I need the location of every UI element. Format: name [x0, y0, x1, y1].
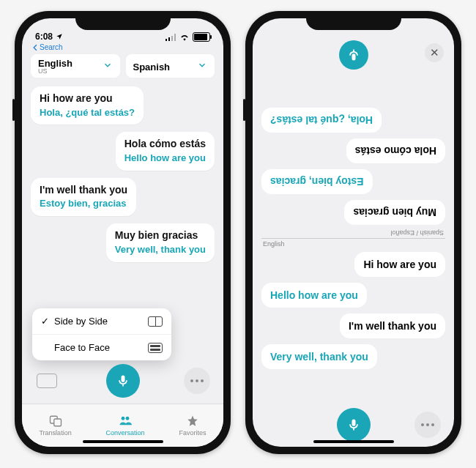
- screen-left: 6:08 Search English US: [22, 18, 223, 447]
- phone-right: ✕ Muy bien graciasEstoy bien, graciasHol…: [245, 11, 461, 454]
- message-original: I'm well thank you: [40, 184, 127, 197]
- home-indicator[interactable]: [83, 440, 163, 443]
- location-icon: [56, 33, 63, 40]
- back-label: Search: [40, 43, 63, 51]
- language-to-selector[interactable]: Spanish: [126, 54, 215, 78]
- user-panel[interactable]: Hi how are youHello how are youI'm well …: [253, 249, 454, 403]
- svg-rect-1: [53, 419, 61, 426]
- message-translation: Hola, ¿qué tal estás?: [40, 107, 135, 119]
- tab-label: Favorites: [179, 429, 207, 437]
- lang-from-region: US: [38, 68, 72, 75]
- screen-right: ✕ Muy bien graciasEstoy bien, graciasHol…: [253, 18, 454, 447]
- message-translation: Estoy bien, gracias: [40, 198, 127, 210]
- more-button[interactable]: [414, 412, 441, 438]
- face-to-face-icon: [148, 343, 163, 353]
- microphone-button[interactable]: [106, 364, 140, 398]
- menu-item-side-by-side[interactable]: ✓Side by Side: [32, 308, 171, 334]
- home-indicator[interactable]: [313, 440, 394, 443]
- message-bubble[interactable]: Hi how are youHola, ¿qué tal estás?: [31, 86, 144, 125]
- f2f-bubble[interactable]: Estoy bien, gracias: [261, 169, 373, 194]
- f2f-bubble[interactable]: Hello how are you: [261, 283, 367, 308]
- message-original: Hola cómo estás: [124, 138, 206, 151]
- menu-label: Face to Face: [54, 342, 110, 353]
- message-translation: Hello how are you: [124, 152, 206, 165]
- divider: [261, 238, 445, 239]
- chevron-down-icon: [103, 60, 113, 73]
- tab-label: Translation: [39, 429, 71, 437]
- lang-to-name: Spanish: [133, 62, 171, 72]
- keyboard-icon[interactable]: [37, 374, 57, 388]
- f2f-bubble[interactable]: Very well, thank you: [261, 344, 377, 369]
- tab-label: Conversation: [106, 429, 145, 437]
- tab-favorites[interactable]: Favorites: [179, 415, 207, 437]
- f2f-bubble[interactable]: I'm well thank you: [340, 313, 445, 338]
- tab-conversation[interactable]: Conversation: [106, 415, 145, 437]
- message-original: Hi how are you: [40, 92, 135, 105]
- partner-panel[interactable]: Muy bien graciasEstoy bien, graciasHola …: [253, 74, 454, 228]
- f2f-bubble[interactable]: Hola cómo estás: [346, 138, 445, 163]
- signal-icon: [166, 34, 176, 41]
- microphone-button-top[interactable]: [339, 40, 368, 70]
- status-time: 6:08: [35, 31, 53, 42]
- f2f-bubble[interactable]: Hola, ¿qué tal estás?: [261, 108, 382, 133]
- battery-icon: [193, 32, 210, 42]
- close-button[interactable]: ✕: [425, 43, 444, 62]
- f2f-bubble[interactable]: Muy bien gracias: [344, 200, 445, 225]
- svg-point-2: [122, 417, 125, 420]
- close-icon: ✕: [430, 46, 439, 59]
- back-to-search[interactable]: Search: [22, 43, 223, 54]
- input-controls: [22, 358, 223, 404]
- tab-translation[interactable]: Translation: [39, 415, 71, 437]
- menu-label: Side by Side: [54, 316, 108, 327]
- more-button[interactable]: [184, 368, 210, 394]
- ellipsis-icon: [421, 423, 434, 426]
- notch: [306, 11, 401, 30]
- message-translation: Very well, thank you: [115, 244, 206, 256]
- partner-language-label: Spanish / Español: [253, 228, 454, 238]
- chevron-down-icon: [197, 60, 207, 73]
- view-mode-menu: ✓Side by Side Face to Face: [32, 308, 171, 360]
- menu-item-face-to-face[interactable]: Face to Face: [32, 334, 171, 360]
- check-icon: ✓: [41, 316, 50, 327]
- language-from-selector[interactable]: English US: [31, 54, 120, 78]
- user-language-label: English: [253, 239, 454, 249]
- phone-left: 6:08 Search English US: [15, 11, 231, 454]
- message-original: Muy bien gracias: [115, 229, 206, 242]
- message-bubble[interactable]: I'm well thank youEstoy bien, gracias: [31, 178, 136, 216]
- message-bubble[interactable]: Muy bien graciasVery well, thank you: [106, 223, 215, 261]
- wifi-icon: [179, 34, 190, 41]
- microphone-button-bottom[interactable]: [337, 408, 371, 442]
- notch: [75, 11, 171, 30]
- ellipsis-icon: [190, 379, 204, 382]
- split-view-icon: [148, 316, 163, 327]
- message-bubble[interactable]: Hola cómo estásHello how are you: [116, 132, 215, 170]
- svg-point-3: [126, 417, 130, 420]
- f2f-bubble[interactable]: Hi how are you: [354, 252, 445, 277]
